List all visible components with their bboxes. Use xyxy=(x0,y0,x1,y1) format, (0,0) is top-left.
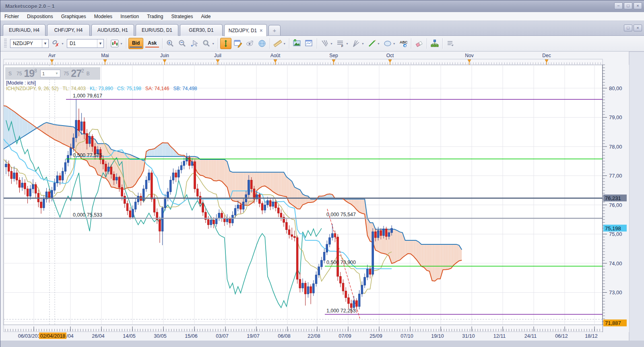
candle xyxy=(54,183,56,190)
candle xyxy=(110,167,112,174)
toolbar-separator xyxy=(442,38,443,49)
menu-item-fichier[interactable]: Fichier xyxy=(0,12,23,21)
candle xyxy=(191,162,193,165)
trendline-pencil-icon[interactable]: ▼ xyxy=(366,38,381,49)
tab-aud-usd[interactable]: AUD/USD, H1 xyxy=(91,24,134,36)
globe-icon[interactable] xyxy=(256,38,268,49)
sell-price-sup[interactable]: 8 xyxy=(34,68,37,74)
event-window-icon[interactable] xyxy=(303,38,315,49)
toolbar-grip[interactable] xyxy=(4,39,7,48)
menu-item-graphiques[interactable]: Graphiques xyxy=(57,12,90,21)
candle xyxy=(56,176,58,183)
menu-item-strategies[interactable]: Strategies xyxy=(167,12,197,21)
zoom-in-icon[interactable]: + xyxy=(165,38,176,49)
menu-item-insertion[interactable]: Insertion xyxy=(116,12,143,21)
chevron-down-icon[interactable]: ▼ xyxy=(61,42,64,45)
candle xyxy=(361,285,363,294)
candle xyxy=(161,208,163,231)
tab-nzd-jpy[interactable]: NZD/JPY, D1× xyxy=(224,24,267,36)
chevron-down-icon: ▼ xyxy=(97,39,103,48)
chevron-down-icon[interactable]: ▼ xyxy=(377,42,380,45)
buy-price-big[interactable]: 27 xyxy=(71,68,81,79)
close-button[interactable]: × xyxy=(634,2,642,9)
new-tab-button[interactable]: + xyxy=(268,25,281,35)
structure-icon[interactable] xyxy=(429,38,440,49)
legend-segment: TL: 74,403 xyxy=(63,86,86,91)
chevron-down-icon[interactable]: ▼ xyxy=(330,42,333,45)
text-abc-icon[interactable]: ABC✱ xyxy=(398,38,409,49)
zoom-area-icon[interactable]: ▼ xyxy=(201,38,216,49)
candle xyxy=(385,229,387,236)
chevron-down-icon[interactable]: ▼ xyxy=(346,42,349,45)
sell-label[interactable]: S xyxy=(8,71,12,76)
ask-button[interactable]: Ask xyxy=(144,38,160,49)
measure-tool-icon[interactable] xyxy=(220,38,231,49)
eraser-icon[interactable] xyxy=(413,38,425,49)
chevron-down-icon[interactable]: ▼ xyxy=(212,42,215,45)
candle xyxy=(315,275,317,284)
window-title: Marketscope 2.0 – 1 xyxy=(0,3,55,9)
candle xyxy=(364,277,366,285)
menu-item-trading[interactable]: Trading xyxy=(143,12,167,21)
date-axis-label: 07/10 xyxy=(400,333,413,339)
price-axis-label: 79,00 xyxy=(609,114,622,120)
more-icon[interactable] xyxy=(445,38,456,49)
ruler-icon[interactable]: ▼ xyxy=(272,38,287,49)
tab-eur-aud[interactable]: EUR/AUD, H4 xyxy=(3,24,45,36)
date-axis-label: 30/05 xyxy=(154,333,166,339)
chevron-down-icon[interactable]: ▼ xyxy=(393,42,396,45)
menu-item-modeles[interactable]: Modeles xyxy=(90,12,116,21)
candle xyxy=(388,233,390,236)
candle xyxy=(64,163,66,171)
restore-button[interactable]: □ xyxy=(624,2,632,9)
chart-restore-button[interactable]: □ xyxy=(624,25,632,31)
cursor-add-icon[interactable]: + xyxy=(189,38,200,49)
add-image-icon[interactable]: + xyxy=(291,38,303,49)
zoom-out-icon[interactable]: − xyxy=(177,38,188,49)
chevron-down-icon[interactable]: ▼ xyxy=(361,42,364,45)
eye-icon[interactable] xyxy=(244,38,256,49)
candle xyxy=(43,199,45,208)
date-axis-label: 07/09 xyxy=(339,333,351,339)
window-controls: − □ × xyxy=(614,2,642,9)
candle xyxy=(329,238,331,244)
period-select[interactable]: D1▼ xyxy=(67,39,104,48)
fib-levels-icon[interactable]: F▼ xyxy=(335,38,350,49)
candle xyxy=(29,189,31,196)
buy-price-sup[interactable]: 2 xyxy=(81,68,84,74)
chart-close-button[interactable]: × xyxy=(634,25,642,31)
sell-price-big[interactable]: 19 xyxy=(24,68,34,79)
pitchfork-icon[interactable]: ▼ xyxy=(319,38,334,49)
price-chart[interactable]: AvrMaiJuinJuilAoûtSepOctNovDec1,000 79,6… xyxy=(0,52,644,347)
bid-button[interactable]: Bid xyxy=(128,38,143,49)
tab-ger30[interactable]: GER30, D1 xyxy=(180,24,223,36)
buy-price-small[interactable]: 75 xyxy=(64,71,69,76)
date-axis-label: 31/10 xyxy=(462,333,475,339)
minimize-button[interactable]: − xyxy=(614,2,623,9)
menu-item-aide[interactable]: Aide xyxy=(197,12,215,21)
tab-close-icon[interactable]: × xyxy=(260,28,262,33)
edit-window-icon[interactable] xyxy=(232,38,244,49)
chevron-down-icon[interactable]: ▼ xyxy=(120,42,123,45)
tab-chf-jpy[interactable]: CHF/JPY, H4 xyxy=(47,24,90,36)
unlink-icon[interactable]: ✗▼ xyxy=(50,38,65,49)
candle xyxy=(280,213,282,217)
price-axis-label: 75,00 xyxy=(609,231,622,237)
tab-eur-usd[interactable]: EUR/USD, D1 xyxy=(136,24,178,36)
svg-text:+: + xyxy=(191,44,193,48)
fan-lines-icon[interactable]: ▼ xyxy=(351,38,365,49)
menu-item-dispositions[interactable]: Dispositions xyxy=(23,12,57,21)
chart-type-icon[interactable]: ▼ xyxy=(109,38,124,49)
model-label: [Modele : ichi] xyxy=(6,80,36,86)
price-chip-label: 76,231 xyxy=(605,195,621,201)
candle xyxy=(116,177,118,180)
sell-price-small[interactable]: 75 xyxy=(17,71,22,76)
buy-label[interactable]: B xyxy=(87,71,90,76)
symbol-select[interactable]: NZD/JPY▼ xyxy=(10,39,49,48)
right-collapsed-panel[interactable] xyxy=(629,52,644,347)
chart-panel[interactable]: AvrMaiJuinJuilAoûtSepOctNovDec1,000 79,6… xyxy=(0,52,644,347)
amount-dropdown[interactable]: 1 ▼ xyxy=(40,70,60,77)
level-annotation: 1,000 79,617 xyxy=(73,93,102,99)
ellipse-icon[interactable]: ▼ xyxy=(382,38,397,49)
chevron-down-icon[interactable]: ▼ xyxy=(283,42,286,45)
